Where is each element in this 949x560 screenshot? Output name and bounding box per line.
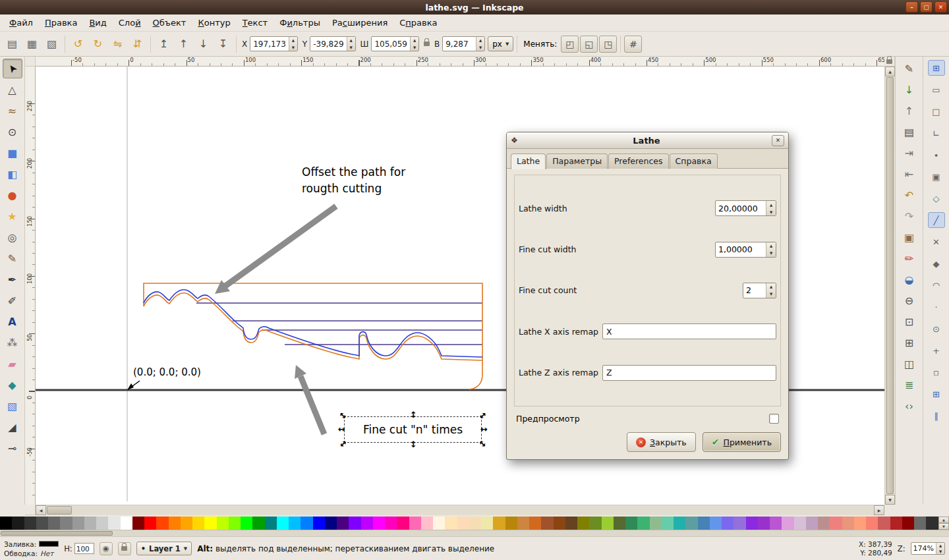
- fill-swatch[interactable]: [39, 541, 59, 547]
- flip-vertical-icon[interactable]: ⇵: [128, 35, 147, 53]
- spin-up-icon[interactable]: ▲: [766, 283, 776, 291]
- palette-up-button[interactable]: ▲: [938, 517, 949, 523]
- spray-tool[interactable]: ⁂: [3, 333, 22, 352]
- lower-icon[interactable]: ↓: [194, 35, 213, 53]
- color-swatch[interactable]: [481, 517, 493, 530]
- color-swatch[interactable]: [121, 517, 132, 530]
- deselect-icon[interactable]: ▧: [42, 35, 61, 53]
- color-swatch[interactable]: [493, 517, 505, 530]
- spin-down-icon[interactable]: ▼: [766, 250, 776, 257]
- fill-stroke-indicator[interactable]: Заливка: Обводка:Нет: [4, 540, 59, 557]
- color-swatch[interactable]: [914, 517, 926, 530]
- height-spinbox[interactable]: 9,287▲▼: [442, 36, 485, 51]
- scale-stroke-toggle[interactable]: ◰: [561, 36, 579, 53]
- edit-clone[interactable]: ✏: [900, 250, 919, 267]
- color-swatch[interactable]: [818, 517, 830, 530]
- text-tool[interactable]: A: [3, 312, 22, 331]
- pen-tool[interactable]: ✒: [3, 269, 22, 289]
- zoom-spinner-arrows[interactable]: ▲▼: [936, 543, 944, 554]
- lock-guides-corner[interactable]: [884, 57, 895, 67]
- menu-view[interactable]: Вид: [83, 14, 112, 31]
- zoom-spinbox[interactable]: 174% ▲▼: [911, 542, 945, 555]
- color-swatch[interactable]: [373, 517, 385, 530]
- color-swatch[interactable]: [229, 517, 241, 530]
- spin-up-icon[interactable]: ▲: [936, 543, 944, 549]
- xml-editor[interactable]: ‹›: [900, 397, 919, 415]
- color-swatch[interactable]: [325, 517, 337, 530]
- rectangle-tool[interactable]: ■: [3, 143, 22, 163]
- snap-bbox-edges[interactable]: □: [928, 103, 945, 119]
- color-swatch[interactable]: [842, 517, 854, 530]
- spin-up-icon[interactable]: ▲: [766, 242, 776, 250]
- zoom-tool[interactable]: ⊙: [3, 122, 22, 142]
- spiral-tool[interactable]: ◎: [3, 227, 22, 247]
- color-swatch[interactable]: [144, 517, 156, 530]
- menu-filters[interactable]: Фильтры: [273, 14, 326, 31]
- height-spinner-arrows[interactable]: ▲▼: [476, 37, 484, 51]
- spin-down-icon[interactable]: ▼: [766, 208, 776, 215]
- width-spinner-arrows[interactable]: ▲▼: [410, 37, 418, 51]
- color-swatch[interactable]: [625, 517, 637, 530]
- snap-path-intersections[interactable]: ✕: [928, 234, 945, 250]
- y-spinner-arrows[interactable]: ▲▼: [347, 37, 355, 51]
- layers-dialog[interactable]: ≣: [900, 376, 919, 394]
- box3d-tool[interactable]: ◧: [3, 164, 22, 184]
- color-swatch[interactable]: [830, 517, 842, 530]
- horizontal-ruler[interactable]: -500501001502002503003504004505005506006…: [36, 57, 884, 67]
- ellipse-tool[interactable]: ●: [3, 185, 22, 205]
- scroll-down-button[interactable]: ▼: [885, 495, 895, 505]
- color-swatch[interactable]: [397, 517, 409, 530]
- color-swatch[interactable]: [674, 517, 685, 530]
- color-swatch[interactable]: [181, 517, 192, 530]
- close-button[interactable]: ✕ Закрыть: [627, 432, 696, 452]
- palette-down-button[interactable]: ▼: [938, 523, 949, 530]
- color-swatch[interactable]: [866, 517, 878, 530]
- connector-tool[interactable]: ⊸: [3, 438, 22, 458]
- duplicate-window[interactable]: ◫: [900, 355, 919, 373]
- color-swatch[interactable]: [313, 517, 325, 530]
- layer-visibility-button[interactable]: ◉: [100, 542, 113, 555]
- scroll-up-button[interactable]: ▲: [885, 67, 895, 76]
- color-swatch[interactable]: [445, 517, 457, 530]
- color-swatch[interactable]: [84, 517, 96, 530]
- spin-down-icon[interactable]: ▼: [766, 291, 776, 298]
- color-swatch[interactable]: [806, 517, 818, 530]
- select-all-icon[interactable]: ▤: [3, 35, 22, 53]
- width-spinbox[interactable]: 105,059▲▼: [371, 36, 419, 51]
- raise-to-top-icon[interactable]: ↥: [154, 35, 173, 53]
- color-swatch[interactable]: [217, 517, 229, 530]
- snap-object-centers[interactable]: ⊙: [928, 321, 945, 337]
- snap-toggle[interactable]: ⊞: [928, 60, 945, 76]
- menu-layer[interactable]: Слой: [113, 14, 147, 31]
- color-swatch[interactable]: [650, 517, 662, 530]
- undo-action[interactable]: ↶: [900, 186, 919, 204]
- scroll-track[interactable]: [72, 505, 874, 515]
- rotate-ccw-icon[interactable]: ↺: [69, 35, 88, 53]
- zoom-drawing[interactable]: ⊞: [900, 334, 919, 352]
- color-swatch[interactable]: [289, 517, 301, 530]
- dialog-close-button[interactable]: ✕: [772, 135, 784, 146]
- move-patterns-toggle[interactable]: #: [624, 36, 642, 53]
- print-document[interactable]: ▤: [900, 123, 919, 141]
- node-tool[interactable]: △: [3, 80, 22, 99]
- spin-down-icon[interactable]: ▼: [476, 44, 484, 51]
- apply-button[interactable]: ✔ Применить: [703, 432, 781, 452]
- fine-cut-width-spinbox[interactable]: 1,00000▲▼: [715, 242, 776, 258]
- paint-bucket-tool[interactable]: ◆: [3, 375, 22, 395]
- color-swatch[interactable]: [770, 517, 782, 530]
- color-swatch[interactable]: [265, 517, 277, 530]
- x-spinbox[interactable]: 197,173▲▼: [250, 36, 298, 51]
- color-swatch[interactable]: [577, 517, 589, 530]
- flip-horizontal-icon[interactable]: ⇋: [108, 35, 127, 53]
- color-swatch[interactable]: [361, 517, 373, 530]
- color-swatch[interactable]: [517, 517, 529, 530]
- export-png[interactable]: ⇤: [900, 165, 919, 183]
- color-swatch[interactable]: [409, 517, 421, 530]
- color-swatch[interactable]: [12, 517, 24, 530]
- vertical-ruler[interactable]: 250200150100500-50: [25, 67, 36, 505]
- color-swatch[interactable]: [72, 517, 84, 530]
- rotate-cw-icon[interactable]: ↻: [88, 35, 107, 53]
- menu-extensions[interactable]: Расширения: [326, 14, 393, 31]
- tweak-tool[interactable]: ≈: [3, 101, 22, 121]
- spin-up-icon[interactable]: ▲: [476, 37, 484, 44]
